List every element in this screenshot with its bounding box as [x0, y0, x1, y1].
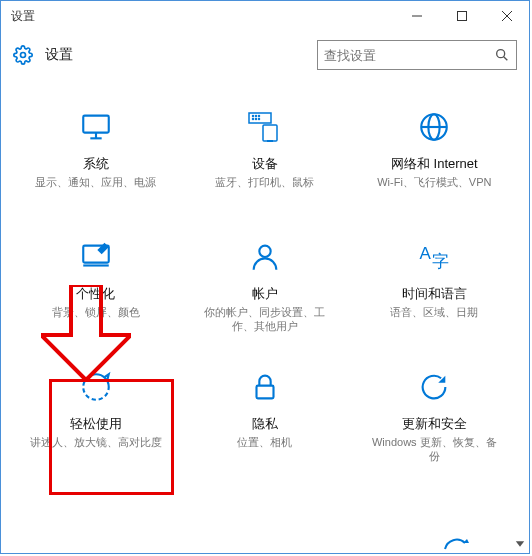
tile-network[interactable]: 网络和 Internet Wi-Fi、飞行模式、VPN: [359, 99, 509, 229]
maximize-button[interactable]: [439, 1, 484, 31]
tile-ease-of-access[interactable]: 轻松使用 讲述人、放大镜、高对比度: [21, 359, 171, 489]
svg-rect-7: [83, 116, 109, 133]
svg-marker-29: [516, 541, 524, 547]
tile-time-language[interactable]: A 字 时间和语言 语音、区域、日期: [359, 229, 509, 359]
maximize-icon: [457, 11, 467, 21]
tile-title: 网络和 Internet: [391, 155, 478, 173]
svg-rect-1: [457, 12, 466, 21]
tile-system[interactable]: 系统 显示、通知、应用、电源: [21, 99, 171, 229]
tile-title: 轻松使用: [70, 415, 122, 433]
svg-rect-17: [263, 125, 277, 141]
svg-point-11: [252, 116, 253, 117]
window-controls: [394, 1, 529, 31]
svg-text:A: A: [420, 244, 432, 263]
scrollbar[interactable]: [513, 81, 527, 551]
partial-icon: [441, 533, 471, 551]
paint-icon: [76, 237, 116, 277]
tile-title: 设备: [252, 155, 278, 173]
tile-desc: Wi-Fi、飞行模式、VPN: [369, 175, 499, 189]
tile-desc: 语音、区域、日期: [382, 305, 486, 319]
svg-point-4: [21, 53, 26, 58]
svg-line-6: [504, 57, 508, 61]
tile-desc: 蓝牙、打印机、鼠标: [207, 175, 322, 189]
gear-icon: [13, 45, 33, 65]
ease-of-access-icon: [76, 367, 116, 407]
devices-icon: [245, 107, 285, 147]
search-icon: [494, 47, 510, 63]
svg-point-13: [258, 116, 259, 117]
tile-personalization[interactable]: 个性化 背景、锁屏、颜色: [21, 229, 171, 359]
search-box[interactable]: [317, 40, 517, 70]
settings-window: 设置 设置: [0, 0, 530, 554]
minimize-icon: [412, 11, 422, 21]
tile-title: 个性化: [76, 285, 115, 303]
globe-icon: [414, 107, 454, 147]
tile-devices[interactable]: 设备 蓝牙、打印机、鼠标: [190, 99, 340, 229]
header: 设置: [1, 31, 529, 79]
minimize-button[interactable]: [394, 1, 439, 31]
tile-desc: 背景、锁屏、颜色: [44, 305, 148, 319]
svg-point-16: [258, 119, 259, 120]
tile-desc: 位置、相机: [229, 435, 300, 449]
close-icon: [502, 11, 512, 21]
tile-title: 系统: [83, 155, 109, 173]
tile-title: 更新和安全: [402, 415, 467, 433]
svg-point-24: [259, 246, 270, 257]
tile-accounts[interactable]: 帐户 你的帐户、同步设置、工作、其他用户: [190, 229, 340, 359]
svg-text:字: 字: [432, 252, 449, 271]
tile-desc: 讲述人、放大镜、高对比度: [22, 435, 170, 449]
svg-point-14: [252, 119, 253, 120]
window-title: 设置: [11, 8, 394, 25]
tile-title: 隐私: [252, 415, 278, 433]
monitor-icon: [76, 107, 116, 147]
language-icon: A 字: [414, 237, 454, 277]
tile-desc: 显示、通知、应用、电源: [27, 175, 164, 189]
settings-grid: 系统 显示、通知、应用、电源 设备 蓝牙、打印机、鼠标 网络和 Internet: [1, 79, 529, 489]
tile-desc: Windows 更新、恢复、备份: [359, 435, 509, 464]
tile-title: 帐户: [252, 285, 278, 303]
close-button[interactable]: [484, 1, 529, 31]
tile-title: 时间和语言: [402, 285, 467, 303]
person-icon: [245, 237, 285, 277]
update-icon: [414, 367, 454, 407]
svg-point-12: [255, 116, 256, 117]
tile-privacy[interactable]: 隐私 位置、相机: [190, 359, 340, 489]
app-title: 设置: [45, 46, 317, 64]
svg-rect-27: [256, 386, 273, 399]
scroll-down-icon[interactable]: [513, 537, 527, 551]
svg-point-5: [497, 50, 505, 58]
tile-desc: 你的帐户、同步设置、工作、其他用户: [190, 305, 340, 334]
tile-update-security[interactable]: 更新和安全 Windows 更新、恢复、备份: [359, 359, 509, 489]
svg-point-15: [255, 119, 256, 120]
titlebar: 设置: [1, 1, 529, 31]
search-input[interactable]: [324, 48, 494, 63]
lock-icon: [245, 367, 285, 407]
